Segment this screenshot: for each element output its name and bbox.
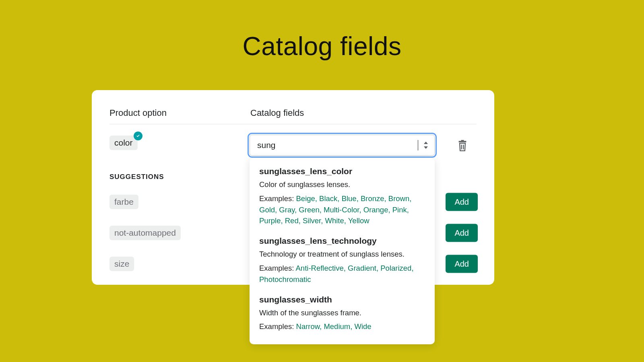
col-header-catalog-fields: Catalog fields <box>250 108 477 118</box>
suggestion-tag-size: size <box>109 257 134 271</box>
page-title: Catalog fields <box>0 0 644 61</box>
trash-icon <box>457 140 468 152</box>
option-tag-label: color <box>114 138 133 147</box>
delete-button[interactable] <box>457 140 468 152</box>
dropdown-item-examples: Examples: Anti-Reflective, Gradient, Pol… <box>259 263 425 285</box>
check-icon <box>134 132 142 140</box>
examples-label: Examples: <box>259 194 296 203</box>
columns-header: Product option Catalog fields <box>109 108 477 124</box>
catalog-field-input[interactable] <box>257 140 419 150</box>
dropdown-item-title: sunglasses_width <box>259 295 425 304</box>
svg-rect-0 <box>459 141 466 142</box>
autocomplete-dropdown: sunglasses_lens_color Color of sunglasse… <box>250 158 435 344</box>
dropdown-item-desc: Color of sunglasses lenses. <box>259 179 425 190</box>
svg-rect-1 <box>461 140 464 141</box>
suggestion-tag-farbe: farbe <box>109 195 138 209</box>
dropdown-item-desc: Technology or treatment of sunglass lens… <box>259 249 425 259</box>
add-button[interactable]: Add <box>446 193 478 211</box>
dropdown-item[interactable]: sunglasses_width Width of the sunglasses… <box>259 295 425 333</box>
examples-values: Narrow, Medium, Wide <box>296 322 372 331</box>
option-tag-color: color <box>109 136 138 150</box>
dropdown-item-examples: Examples: Narrow, Medium, Wide <box>259 321 425 332</box>
dropdown-item[interactable]: sunglasses_lens_color Color of sunglasse… <box>259 167 425 226</box>
suggestions-heading: SUGGESTIONS <box>109 173 164 181</box>
dropdown-item-examples: Examples: Beige, Black, Blue, Bronze, Br… <box>259 193 425 226</box>
dropdown-item-title: sunglasses_lens_technology <box>259 236 425 246</box>
text-caret <box>418 140 418 150</box>
dropdown-item-desc: Width of the sunglasses frame. <box>259 308 425 318</box>
select-chevrons-icon <box>423 142 429 149</box>
examples-label: Examples: <box>259 322 296 331</box>
add-button[interactable]: Add <box>446 224 478 242</box>
dropdown-item-title: sunglasses_lens_color <box>259 167 425 176</box>
catalog-field-combobox[interactable] <box>250 135 435 156</box>
examples-label: Examples: <box>259 264 296 272</box>
suggestion-tag-not-automapped: not-automapped <box>109 226 181 240</box>
col-header-product-option: Product option <box>109 108 250 118</box>
dropdown-item[interactable]: sunglasses_lens_technology Technology or… <box>259 236 425 285</box>
add-button[interactable]: Add <box>446 255 478 273</box>
